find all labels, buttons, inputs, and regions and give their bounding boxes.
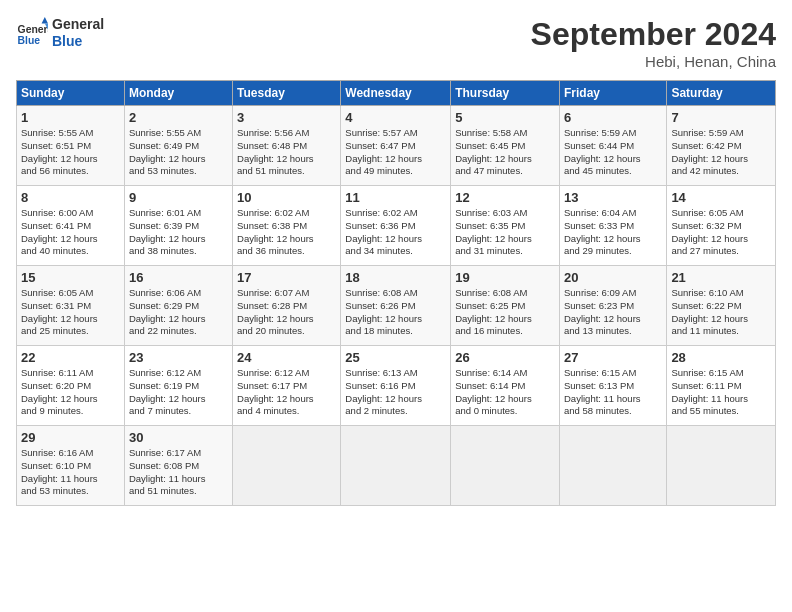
- day-14: 14 Sunrise: 6:05 AMSunset: 6:32 PMDaylig…: [667, 186, 776, 266]
- col-thursday: Thursday: [451, 81, 560, 106]
- logo: General Blue General Blue: [16, 16, 104, 50]
- svg-marker-2: [42, 17, 48, 23]
- day-5: 5 Sunrise: 5:58 AMSunset: 6:45 PMDayligh…: [451, 106, 560, 186]
- svg-text:General: General: [18, 24, 48, 35]
- day-6: 6 Sunrise: 5:59 AMSunset: 6:44 PMDayligh…: [559, 106, 666, 186]
- day-2: 2 Sunrise: 5:55 AMSunset: 6:49 PMDayligh…: [124, 106, 232, 186]
- title-block: September 2024 Hebi, Henan, China: [531, 16, 776, 70]
- calendar-table: Sunday Monday Tuesday Wednesday Thursday…: [16, 80, 776, 506]
- col-friday: Friday: [559, 81, 666, 106]
- month-title: September 2024: [531, 16, 776, 53]
- col-tuesday: Tuesday: [233, 81, 341, 106]
- week-1: 1 Sunrise: 5:55 AMSunset: 6:51 PMDayligh…: [17, 106, 776, 186]
- logo-text: General Blue: [52, 16, 104, 50]
- col-wednesday: Wednesday: [341, 81, 451, 106]
- empty-3: [451, 426, 560, 506]
- day-23: 23 Sunrise: 6:12 AMSunset: 6:19 PMDaylig…: [124, 346, 232, 426]
- empty-4: [559, 426, 666, 506]
- day-9: 9 Sunrise: 6:01 AMSunset: 6:39 PMDayligh…: [124, 186, 232, 266]
- day-1: 1 Sunrise: 5:55 AMSunset: 6:51 PMDayligh…: [17, 106, 125, 186]
- empty-2: [341, 426, 451, 506]
- day-4: 4 Sunrise: 5:57 AMSunset: 6:47 PMDayligh…: [341, 106, 451, 186]
- location: Hebi, Henan, China: [531, 53, 776, 70]
- day-13: 13 Sunrise: 6:04 AMSunset: 6:33 PMDaylig…: [559, 186, 666, 266]
- header: General Blue General Blue September 2024…: [16, 16, 776, 70]
- day-10: 10 Sunrise: 6:02 AMSunset: 6:38 PMDaylig…: [233, 186, 341, 266]
- day-18: 18 Sunrise: 6:08 AMSunset: 6:26 PMDaylig…: [341, 266, 451, 346]
- col-monday: Monday: [124, 81, 232, 106]
- col-saturday: Saturday: [667, 81, 776, 106]
- day-12: 12 Sunrise: 6:03 AMSunset: 6:35 PMDaylig…: [451, 186, 560, 266]
- day-24: 24 Sunrise: 6:12 AMSunset: 6:17 PMDaylig…: [233, 346, 341, 426]
- header-row: Sunday Monday Tuesday Wednesday Thursday…: [17, 81, 776, 106]
- day-16: 16 Sunrise: 6:06 AMSunset: 6:29 PMDaylig…: [124, 266, 232, 346]
- day-21: 21 Sunrise: 6:10 AMSunset: 6:22 PMDaylig…: [667, 266, 776, 346]
- week-2: 8 Sunrise: 6:00 AMSunset: 6:41 PMDayligh…: [17, 186, 776, 266]
- day-11: 11 Sunrise: 6:02 AMSunset: 6:36 PMDaylig…: [341, 186, 451, 266]
- empty-5: [667, 426, 776, 506]
- col-sunday: Sunday: [17, 81, 125, 106]
- week-5: 29 Sunrise: 6:16 AMSunset: 6:10 PMDaylig…: [17, 426, 776, 506]
- day-19: 19 Sunrise: 6:08 AMSunset: 6:25 PMDaylig…: [451, 266, 560, 346]
- logo-icon: General Blue: [16, 17, 48, 49]
- svg-text:Blue: Blue: [18, 35, 41, 46]
- day-30: 30 Sunrise: 6:17 AMSunset: 6:08 PMDaylig…: [124, 426, 232, 506]
- day-17: 17 Sunrise: 6:07 AMSunset: 6:28 PMDaylig…: [233, 266, 341, 346]
- empty-1: [233, 426, 341, 506]
- day-3: 3 Sunrise: 5:56 AMSunset: 6:48 PMDayligh…: [233, 106, 341, 186]
- day-8: 8 Sunrise: 6:00 AMSunset: 6:41 PMDayligh…: [17, 186, 125, 266]
- day-22: 22 Sunrise: 6:11 AMSunset: 6:20 PMDaylig…: [17, 346, 125, 426]
- calendar-container: General Blue General Blue September 2024…: [0, 0, 792, 514]
- day-7: 7 Sunrise: 5:59 AMSunset: 6:42 PMDayligh…: [667, 106, 776, 186]
- week-3: 15 Sunrise: 6:05 AMSunset: 6:31 PMDaylig…: [17, 266, 776, 346]
- day-27: 27 Sunrise: 6:15 AMSunset: 6:13 PMDaylig…: [559, 346, 666, 426]
- day-29: 29 Sunrise: 6:16 AMSunset: 6:10 PMDaylig…: [17, 426, 125, 506]
- day-28: 28 Sunrise: 6:15 AMSunset: 6:11 PMDaylig…: [667, 346, 776, 426]
- day-15: 15 Sunrise: 6:05 AMSunset: 6:31 PMDaylig…: [17, 266, 125, 346]
- day-26: 26 Sunrise: 6:14 AMSunset: 6:14 PMDaylig…: [451, 346, 560, 426]
- day-20: 20 Sunrise: 6:09 AMSunset: 6:23 PMDaylig…: [559, 266, 666, 346]
- day-25: 25 Sunrise: 6:13 AMSunset: 6:16 PMDaylig…: [341, 346, 451, 426]
- week-4: 22 Sunrise: 6:11 AMSunset: 6:20 PMDaylig…: [17, 346, 776, 426]
